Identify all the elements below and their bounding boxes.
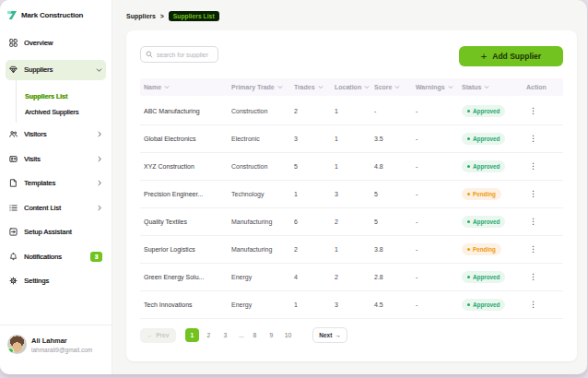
status-dot-icon bbox=[467, 248, 470, 251]
sidebar-item-label: Visits bbox=[24, 155, 41, 163]
cell-trades: 2 bbox=[294, 108, 335, 114]
sort-chevron-icon bbox=[484, 85, 489, 89]
arrow-left-icon: ← bbox=[147, 332, 154, 338]
sidebar-item-label: Setup Assistant bbox=[24, 228, 72, 236]
breadcrumb-parent[interactable]: Suppliers bbox=[126, 13, 156, 19]
table-row: XYZ ConstructionConstruction514.8-Approv… bbox=[140, 153, 563, 181]
column-header-location[interactable]: Location bbox=[335, 84, 374, 90]
status-dot-icon bbox=[467, 276, 470, 278]
prev-page-button[interactable]: ← Prev bbox=[140, 328, 176, 343]
sidebar-item-label: Overview bbox=[24, 39, 53, 47]
sidebar-item-overview[interactable]: Overview bbox=[0, 30, 112, 55]
cell-score: 5 bbox=[374, 219, 416, 225]
add-supplier-button[interactable]: + Add Supplier bbox=[459, 46, 563, 66]
column-header-score[interactable]: Score bbox=[374, 84, 416, 90]
sidebar-item-settings[interactable]: Settings bbox=[0, 269, 112, 294]
kebab-icon: ⋮ bbox=[529, 272, 537, 281]
column-label: Trades bbox=[294, 84, 315, 90]
user-profile[interactable]: Ali Lahmar lahmarali9@gmail.com bbox=[0, 325, 112, 374]
search-box[interactable] bbox=[140, 46, 218, 63]
column-header-trades[interactable]: Trades bbox=[294, 84, 335, 90]
cell-trades: 6 bbox=[294, 219, 335, 225]
page-number-8[interactable]: 8 bbox=[248, 328, 262, 342]
row-actions-menu[interactable]: ⋮ bbox=[526, 135, 563, 143]
cell-status: Approved bbox=[462, 216, 526, 228]
cell-name: Green Energy Solu... bbox=[140, 274, 231, 280]
logo[interactable]: Mark Construction bbox=[0, 0, 112, 30]
kebab-icon: ⋮ bbox=[529, 161, 537, 171]
cell-location: 1 bbox=[335, 108, 374, 114]
cell-location: 1 bbox=[335, 246, 374, 253]
cell-warnings: - bbox=[416, 219, 462, 225]
page-number-10[interactable]: 10 bbox=[281, 328, 295, 342]
row-actions-menu[interactable]: ⋮ bbox=[526, 273, 563, 281]
kebab-icon: ⋮ bbox=[529, 189, 537, 198]
cell-primary-trade: Electronic bbox=[231, 136, 294, 142]
plus-icon: + bbox=[481, 52, 487, 62]
cell-name: ABC Manufacturing bbox=[140, 108, 231, 114]
table-row: Quality TextilesManufacturing625-Approve… bbox=[140, 208, 563, 236]
document-icon bbox=[9, 179, 18, 187]
cell-warnings: - bbox=[416, 108, 462, 114]
cell-status: Approved bbox=[462, 133, 526, 145]
sidebar-item-setup-assistant[interactable]: Setup Assistant bbox=[0, 220, 112, 245]
table-row: Precision Engineer...Technology135-Pendi… bbox=[140, 181, 563, 208]
cell-location: 1 bbox=[335, 136, 374, 142]
bell-icon bbox=[9, 253, 18, 261]
cell-score: 4.8 bbox=[374, 163, 416, 170]
sidebar-item-notifications[interactable]: Notifications3 bbox=[0, 244, 112, 269]
sidebar-subitem-suppliers-list[interactable]: Suppliers List bbox=[25, 89, 112, 104]
cell-score: - bbox=[374, 108, 416, 114]
cell-warnings: - bbox=[416, 301, 462, 308]
cell-location: 3 bbox=[335, 191, 374, 197]
cell-score: 2.8 bbox=[374, 274, 416, 280]
table-row: ABC ManufacturingConstruction21--Approve… bbox=[140, 98, 563, 125]
sidebar-item-visits[interactable]: Visits bbox=[0, 147, 112, 171]
cell-name: XYZ Construction bbox=[140, 163, 231, 170]
row-actions-menu[interactable]: ⋮ bbox=[526, 190, 563, 198]
status-badge: Pending bbox=[462, 243, 501, 255]
page-number-1[interactable]: 1 bbox=[185, 328, 199, 342]
cell-score: 5 bbox=[374, 191, 416, 197]
kebab-icon: ⋮ bbox=[529, 244, 537, 254]
column-header-status[interactable]: Status bbox=[462, 84, 526, 90]
search-input[interactable] bbox=[157, 52, 213, 58]
next-page-button[interactable]: Next → bbox=[312, 327, 347, 343]
row-actions-menu[interactable]: ⋮ bbox=[526, 301, 563, 309]
sidebar-item-content-list[interactable]: Content List bbox=[0, 195, 112, 220]
row-actions-menu[interactable]: ⋮ bbox=[526, 162, 563, 171]
column-header-name[interactable]: Name bbox=[140, 84, 231, 90]
sidebar-item-suppliers[interactable]: Suppliers bbox=[6, 60, 106, 80]
kebab-icon: ⋮ bbox=[529, 300, 537, 309]
page-number-2[interactable]: 2 bbox=[202, 328, 216, 342]
sidebar-item-templates[interactable]: Templates bbox=[0, 171, 112, 196]
cell-status: Approved bbox=[462, 160, 526, 172]
status-badge: Approved bbox=[462, 299, 505, 311]
cell-status: Pending bbox=[462, 188, 526, 200]
sort-chevron-icon bbox=[448, 85, 453, 89]
status-dot-icon bbox=[467, 193, 470, 195]
row-actions-menu[interactable]: ⋮ bbox=[526, 107, 563, 115]
column-header-warnings[interactable]: Warnings bbox=[416, 84, 462, 90]
gem-icon bbox=[9, 65, 18, 74]
sidebar-item-label: Suppliers bbox=[24, 65, 53, 74]
cell-trades: 3 bbox=[294, 136, 335, 142]
column-header-primary-trade[interactable]: Primary Trade bbox=[231, 84, 294, 90]
sidebar-item-visitors[interactable]: Visitors bbox=[0, 123, 112, 148]
kebab-icon: ⋮ bbox=[529, 217, 537, 226]
breadcrumb-current: Suppliers List bbox=[169, 11, 219, 21]
row-actions-menu[interactable]: ⋮ bbox=[526, 245, 563, 254]
cell-score: 3.8 bbox=[374, 246, 416, 253]
page-number-9[interactable]: 9 bbox=[265, 328, 278, 342]
page-number-3[interactable]: 3 bbox=[218, 328, 232, 342]
cell-location: 1 bbox=[335, 163, 374, 170]
sidebar-subitem-archived-suppliers[interactable]: Archived Suppliers bbox=[25, 104, 112, 120]
breadcrumb: Suppliers > Suppliers List bbox=[113, 0, 587, 21]
status-badge: Approved bbox=[462, 133, 505, 145]
sidebar-nav: OverviewSuppliersSuppliers ListArchived … bbox=[0, 30, 112, 293]
row-actions-menu[interactable]: ⋮ bbox=[526, 218, 563, 226]
chevron-right-icon bbox=[97, 180, 102, 186]
column-label: Status bbox=[462, 84, 481, 90]
cell-name: Tech Innovations bbox=[140, 301, 231, 308]
cell-primary-trade: Manufacturing bbox=[231, 246, 294, 253]
